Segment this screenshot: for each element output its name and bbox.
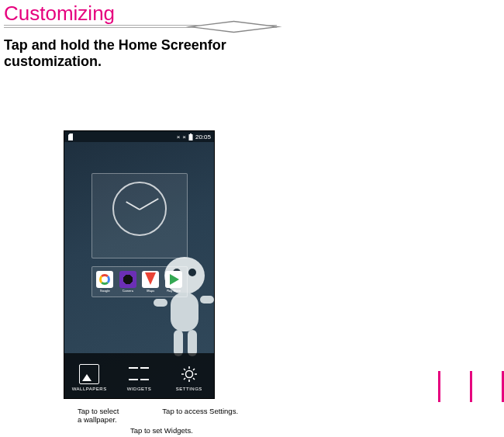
- settings-button[interactable]: SETTINGS: [167, 364, 211, 391]
- caption-wallpaper: Tap to select a wallpaper.: [78, 407, 119, 425]
- maps-icon: [142, 271, 159, 288]
- svg-point-4: [188, 269, 196, 276]
- widgets-label: WIDGETS: [127, 387, 152, 391]
- app-google[interactable]: Google: [94, 271, 116, 293]
- wallpaper-robot: [136, 245, 222, 369]
- sdcard-icon: [67, 134, 74, 140]
- wallpapers-button[interactable]: WALLPAPERS: [67, 364, 111, 391]
- app-label: Maps: [147, 289, 154, 293]
- wallpapers-icon: [79, 364, 99, 384]
- google-icon: [96, 271, 113, 288]
- widgets-icon: [129, 364, 149, 384]
- status-bar: × × 20:05: [64, 131, 214, 142]
- app-label: Camera: [123, 289, 133, 293]
- title-rule: [4, 25, 277, 31]
- battery-icon: [188, 134, 193, 140]
- clock-widget[interactable]: [91, 173, 188, 258]
- svg-rect-5: [171, 293, 198, 331]
- signal-none-icon: ×: [177, 134, 181, 140]
- customize-bar: WALLPAPERS WIDGETS SETTINGS: [64, 353, 214, 398]
- settings-label: SETTINGS: [176, 387, 202, 391]
- instruction-text: Tap and hold the Home Screenfor customiz…: [4, 37, 268, 69]
- svg-rect-0: [190, 134, 192, 134]
- settings-icon: [179, 364, 199, 384]
- captions: Tap to select a wallpaper. Tap to access…: [78, 407, 238, 435]
- app-maps[interactable]: Maps: [140, 271, 161, 293]
- app-play-store[interactable]: Play Store: [163, 271, 185, 293]
- clock-face-icon: [112, 182, 167, 236]
- svg-point-10: [185, 370, 192, 377]
- page-edge-marks: [438, 371, 504, 402]
- app-camera[interactable]: Camera: [117, 271, 139, 293]
- app-label: Play Store: [167, 289, 181, 293]
- svg-rect-7: [200, 296, 214, 303]
- caption-settings: Tap to access Settings.: [162, 407, 238, 425]
- svg-rect-9: [188, 330, 197, 356]
- svg-rect-8: [174, 330, 183, 356]
- wallpapers-label: WALLPAPERS: [72, 387, 107, 391]
- app-label: Google: [100, 289, 110, 293]
- page-title: Customizing: [4, 2, 115, 26]
- phone-screenshot: × × 20:05 Google: [64, 130, 215, 399]
- widgets-button[interactable]: WIDGETS: [117, 364, 161, 391]
- status-time: 20:05: [195, 134, 211, 140]
- svg-rect-1: [188, 134, 192, 140]
- signal-none-icon-2: ×: [182, 134, 186, 140]
- caption-widgets: Tap to set Widgets.: [130, 426, 238, 435]
- camera-icon: [119, 271, 136, 288]
- app-folder[interactable]: Google Camera Maps Play Store: [91, 266, 188, 297]
- svg-rect-6: [154, 299, 167, 307]
- play-store-icon: [165, 271, 182, 288]
